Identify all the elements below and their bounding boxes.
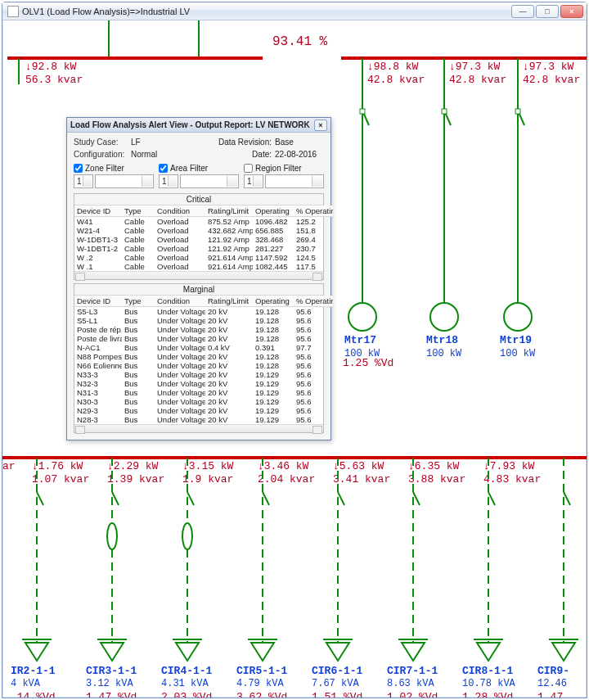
svg-rect-9 — [360, 109, 365, 114]
svg-point-18 — [430, 303, 458, 331]
svg-text:↓5.63 kW: ↓5.63 kW — [333, 460, 384, 472]
marginal-panel: Marginal Device ID Type Condition Rating… — [74, 283, 324, 433]
table-row[interactable]: S5-L1BusUnder Voltage20 kV19.12895.6 — [74, 316, 333, 325]
maximize-button[interactable]: □ — [536, 5, 559, 18]
svg-text:42.8 kvar: 42.8 kvar — [367, 74, 425, 86]
svg-text:↓97.3 kW: ↓97.3 kW — [523, 61, 574, 73]
svg-marker-74 — [326, 643, 349, 661]
svg-text:56.3 kvar: 56.3 kvar — [25, 74, 83, 86]
feeder-motor-0: ↓98.8 kW42.8 kvarMtr17100 kW — [344, 58, 425, 359]
svg-text:42.8 kvar: 42.8 kvar — [523, 74, 580, 86]
svg-marker-36 — [25, 643, 48, 661]
svg-line-35 — [37, 492, 43, 505]
date-value: 22-08-2016 — [275, 150, 324, 159]
svg-text:1.47 %Vd: 1.47 %Vd — [86, 691, 137, 698]
table-row[interactable]: N28-3BusUnder Voltage20 kV19.12995.6 — [74, 415, 333, 424]
region-filter-checkbox[interactable]: Region Filter — [244, 164, 324, 173]
svg-marker-83 — [402, 643, 425, 661]
table-row[interactable]: W-1DBT1-3CableOverload121.92 Amp328.4682… — [74, 235, 333, 244]
svg-text:↓1.76 kW: ↓1.76 kW — [32, 460, 83, 472]
svg-text:↓3.15 kW: ↓3.15 kW — [182, 460, 234, 472]
marginal-table[interactable]: Device ID Type Condition Rating/Limit Op… — [74, 296, 333, 424]
table-row[interactable]: S5-L3BusUnder Voltage20 kV19.12895.6 — [74, 307, 333, 317]
critical-panel: Critical Device ID Type Condition Rating… — [74, 193, 324, 280]
table-row[interactable]: W41CableOverload875.52 Amp1096.482125.2 — [74, 217, 333, 227]
dialog-close-button[interactable]: × — [314, 120, 327, 131]
feeder-motor-1: ↓97.3 kW42.8 kvarMtr18100 kW — [426, 58, 506, 359]
study-case-label: Study Case: — [74, 138, 131, 147]
svg-marker-65 — [251, 643, 274, 661]
table-row[interactable]: N30-3BusUnder Voltage20 kV19.12995.6 — [74, 397, 333, 406]
svg-line-98 — [564, 492, 570, 505]
table-row[interactable]: N32-3BusUnder Voltage20 kV19.12995.6 — [74, 379, 333, 388]
svg-text:ar: ar — [2, 460, 16, 472]
table-row[interactable]: N88 Pompes ...BusUnder Voltage20 kV19.12… — [74, 352, 333, 361]
feeder-motor-2: ↓97.3 kW42.8 kvarMtr19100 kW — [500, 58, 580, 359]
svg-text:↓2.29 kW: ↓2.29 kW — [107, 460, 159, 472]
feeder-cir-5: ↓6.35 kW3.88 kvarCIR7-1-18.63 kVA1.02 %V… — [387, 458, 465, 698]
critical-table[interactable]: Device ID Type Condition Rating/Limit Op… — [74, 205, 333, 271]
table-row[interactable]: N33-3BusUnder Voltage20 kV19.12995.6 — [74, 370, 333, 379]
svg-text:↓3.46 kW: ↓3.46 kW — [258, 460, 309, 472]
zone-filter-combo[interactable] — [95, 174, 154, 188]
table-row[interactable]: Poste de livra..BusUnder Voltage20 kV19.… — [74, 334, 333, 343]
svg-text:2.03 %Vd: 2.03 %Vd — [161, 691, 212, 698]
svg-text:12.46: 12.46 — [537, 678, 567, 689]
svg-text:↓92.8 kW: ↓92.8 kW — [25, 61, 77, 73]
table-row[interactable]: Poste de rép...BusUnder Voltage20 kV19.1… — [74, 325, 333, 334]
svg-text:100 kW: 100 kW — [500, 348, 536, 359]
critical-scrollbar[interactable] — [74, 271, 323, 279]
feeder-cir-2: ↓3.15 kW1.9 kvarCIR4-1-14.31 kVA2.03 %Vd — [161, 458, 234, 698]
table-row[interactable]: W-1DBT1-2CableOverload121.92 Amp281.2272… — [74, 244, 333, 253]
configuration-label: Configuration: — [74, 150, 131, 159]
svg-text:.14 %Vd: .14 %Vd — [11, 691, 56, 698]
feeder-cir-6: ↓7.93 kW4.83 kvarCIR8-1-110.78 kVA1.28 %… — [462, 458, 541, 698]
svg-text:2.04 kvar: 2.04 kvar — [258, 473, 315, 485]
svg-text:1.02 %Vd: 1.02 %Vd — [387, 691, 438, 698]
feeder-cir-4: ↓5.63 kW3.41 kvarCIR6-1-17.67 kVA1.51 %V… — [312, 458, 390, 698]
diagram-canvas[interactable]: 93.41 % ↓92.8 kW 56.3 kvar ↓98.8 kW42.8 … — [2, 20, 587, 698]
table-row[interactable]: N29-3BusUnder Voltage20 kV19.12995.6 — [74, 406, 333, 415]
region-filter-combo[interactable] — [265, 174, 324, 188]
svg-text:1.47: 1.47 — [537, 691, 563, 698]
marginal-scrollbar[interactable] — [74, 424, 323, 432]
close-button[interactable]: × — [560, 5, 583, 18]
area-filter-spin[interactable]: 1 — [159, 174, 178, 188]
svg-line-91 — [488, 492, 495, 505]
svg-line-82 — [413, 492, 420, 505]
table-row[interactable]: N31-3BusUnder Voltage20 kV19.12995.6 — [74, 388, 333, 397]
svg-text:↓6.35 kW: ↓6.35 kW — [408, 460, 460, 472]
svg-text:CIR5-1-1: CIR5-1-1 — [236, 665, 288, 677]
svg-text:Mtr17: Mtr17 — [344, 334, 376, 346]
minimize-button[interactable]: — — [511, 5, 534, 18]
app-icon — [7, 6, 19, 17]
area-filter-checkbox[interactable]: Area Filter — [159, 164, 239, 173]
svg-text:1.51 %Vd: 1.51 %Vd — [312, 691, 362, 698]
svg-text:CIR8-1-1: CIR8-1-1 — [462, 665, 514, 677]
region-filter-spin[interactable]: 1 — [244, 174, 263, 188]
svg-text:↓7.93 kW: ↓7.93 kW — [483, 460, 535, 472]
area-filter-combo[interactable] — [180, 174, 239, 188]
feeder-cir-7: CIR9-12.461.47 — [537, 458, 578, 698]
svg-text:CIR7-1-1: CIR7-1-1 — [387, 665, 438, 677]
titlebar[interactable]: OLV1 (Load Flow Analysis)=>Industrial LV… — [2, 2, 587, 20]
svg-point-10 — [348, 303, 376, 331]
table-row[interactable]: W21-4CableOverload432.682 Amp656.885151.… — [74, 226, 333, 235]
svg-text:100 kW: 100 kW — [426, 348, 462, 359]
svg-point-45 — [107, 523, 117, 549]
table-row[interactable]: W .2CableOverload921.614 Amp1147.592124.… — [74, 253, 333, 262]
svg-text:↓98.8 kW: ↓98.8 kW — [367, 61, 419, 73]
zone-filter-spin[interactable]: 1 — [74, 174, 93, 188]
feeder-top-0: ↓92.8 kW 56.3 kvar — [19, 58, 83, 86]
table-row[interactable]: N-AC1BusUnder Voltage0.4 kV0.39197.7 — [74, 343, 333, 352]
svg-marker-92 — [477, 643, 500, 661]
svg-text:1.39 kvar: 1.39 kvar — [107, 473, 164, 485]
zone-filter-checkbox[interactable]: Zone Filter — [74, 164, 154, 173]
svg-text:4.83 kvar: 4.83 kvar — [483, 473, 541, 485]
table-row[interactable]: N66 EolienneBusUnder Voltage20 kV19.1289… — [74, 361, 333, 370]
data-revision-label: Data Revision: — [218, 138, 275, 147]
svg-text:8.63 kVA: 8.63 kVA — [387, 678, 434, 689]
table-row[interactable]: W .1CableOverload921.614 Amp1082.445117.… — [74, 262, 333, 271]
alert-dialog[interactable]: Load Flow Analysis Alert View - Output R… — [66, 117, 331, 440]
svg-text:CIR4-1-1: CIR4-1-1 — [161, 665, 213, 677]
